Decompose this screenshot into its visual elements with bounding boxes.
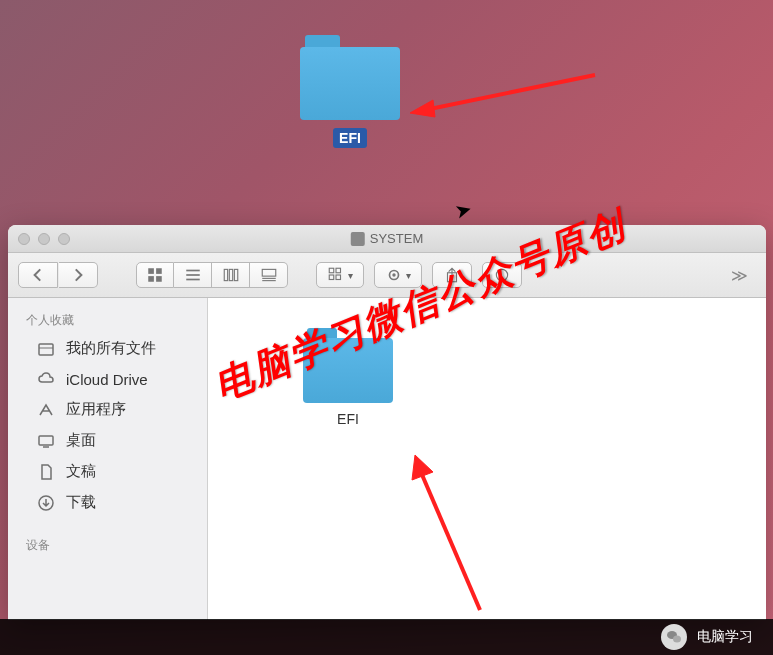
sidebar-item-all-files[interactable]: 我的所有文件 [8, 333, 207, 364]
chevron-left-icon [29, 266, 47, 284]
forward-button[interactable] [59, 262, 98, 288]
finder-toolbar: ▾ ▾ ≫ [8, 253, 766, 298]
folder-icon [300, 35, 400, 120]
window-titlebar[interactable]: SYSTEM [8, 225, 766, 253]
toolbar-overflow-button[interactable]: ≫ [723, 266, 756, 285]
svg-rect-17 [329, 275, 334, 280]
annotation-arrow-bottom [400, 450, 520, 630]
window-title: SYSTEM [351, 231, 423, 246]
svg-line-28 [420, 470, 480, 610]
svg-rect-2 [148, 268, 154, 274]
sidebar-favorites-header: 个人收藏 [8, 308, 207, 333]
tags-button[interactable] [482, 262, 522, 288]
svg-marker-29 [412, 455, 433, 480]
sidebar-item-desktop[interactable]: 桌面 [8, 425, 207, 456]
applications-icon [36, 401, 56, 419]
annotation-arrow-top [405, 65, 605, 135]
svg-line-0 [425, 75, 595, 110]
view-column-button[interactable] [212, 262, 250, 288]
sidebar-item-label: iCloud Drive [66, 371, 148, 388]
arrange-icon [327, 266, 345, 284]
content-folder-efi[interactable]: EFI [298, 328, 398, 427]
maximize-button[interactable] [58, 233, 70, 245]
svg-marker-1 [410, 100, 435, 117]
desktop-folder-label: EFI [333, 128, 367, 148]
view-icon-button[interactable] [136, 262, 174, 288]
window-title-text: SYSTEM [370, 231, 423, 246]
share-icon [443, 266, 461, 284]
view-coverflow-button[interactable] [250, 262, 288, 288]
svg-rect-15 [329, 268, 334, 273]
view-list-button[interactable] [174, 262, 212, 288]
sidebar-item-label: 文稿 [66, 462, 96, 481]
svg-rect-3 [156, 268, 162, 274]
sidebar-item-label: 桌面 [66, 431, 96, 450]
cloud-icon [36, 370, 56, 388]
finder-sidebar: 个人收藏 我的所有文件 iCloud Drive [8, 298, 208, 620]
svg-point-22 [496, 269, 507, 280]
sidebar-item-label: 我的所有文件 [66, 339, 156, 358]
chevron-right-icon [69, 266, 87, 284]
desktop-folder-efi[interactable]: EFI [295, 35, 405, 148]
finder-window: SYSTEM [8, 225, 766, 620]
share-button[interactable] [432, 262, 472, 288]
gear-icon [385, 266, 403, 284]
bottom-bar: 电脑学习 [0, 619, 773, 655]
grid-icon [146, 266, 164, 284]
svg-rect-25 [39, 436, 53, 445]
sidebar-item-label: 应用程序 [66, 400, 126, 419]
sidebar-item-documents[interactable]: 文稿 [8, 456, 207, 487]
list-icon [184, 266, 202, 284]
folder-icon [303, 328, 393, 403]
action-button[interactable]: ▾ [374, 262, 422, 288]
svg-rect-10 [229, 269, 232, 280]
svg-rect-4 [148, 276, 154, 282]
traffic-lights [18, 233, 70, 245]
svg-rect-12 [262, 269, 276, 276]
minimize-button[interactable] [38, 233, 50, 245]
arrange-button[interactable]: ▾ [316, 262, 364, 288]
svg-rect-23 [39, 344, 53, 355]
svg-point-20 [392, 273, 395, 276]
tag-icon [493, 266, 511, 284]
back-button[interactable] [18, 262, 58, 288]
content-folder-label: EFI [298, 411, 398, 427]
mouse-cursor: ➤ [452, 196, 475, 224]
disk-icon [351, 232, 365, 246]
sidebar-item-downloads[interactable]: 下载 [8, 487, 207, 518]
sidebar-item-icloud[interactable]: iCloud Drive [8, 364, 207, 394]
svg-rect-16 [336, 268, 341, 273]
sidebar-item-label: 下载 [66, 493, 96, 512]
wechat-icon [661, 624, 687, 650]
svg-rect-9 [224, 269, 227, 280]
svg-rect-5 [156, 276, 162, 282]
chevron-right-double-icon: ≫ [731, 267, 748, 284]
account-name: 电脑学习 [697, 628, 753, 646]
sidebar-item-applications[interactable]: 应用程序 [8, 394, 207, 425]
coverflow-icon [260, 266, 278, 284]
all-files-icon [36, 340, 56, 358]
svg-rect-11 [234, 269, 237, 280]
close-button[interactable] [18, 233, 30, 245]
svg-point-31 [673, 636, 681, 643]
downloads-icon [36, 494, 56, 512]
desktop-icon [36, 432, 56, 450]
sidebar-devices-header: 设备 [8, 533, 207, 558]
svg-rect-18 [336, 275, 341, 280]
columns-icon [222, 266, 240, 284]
documents-icon [36, 463, 56, 481]
